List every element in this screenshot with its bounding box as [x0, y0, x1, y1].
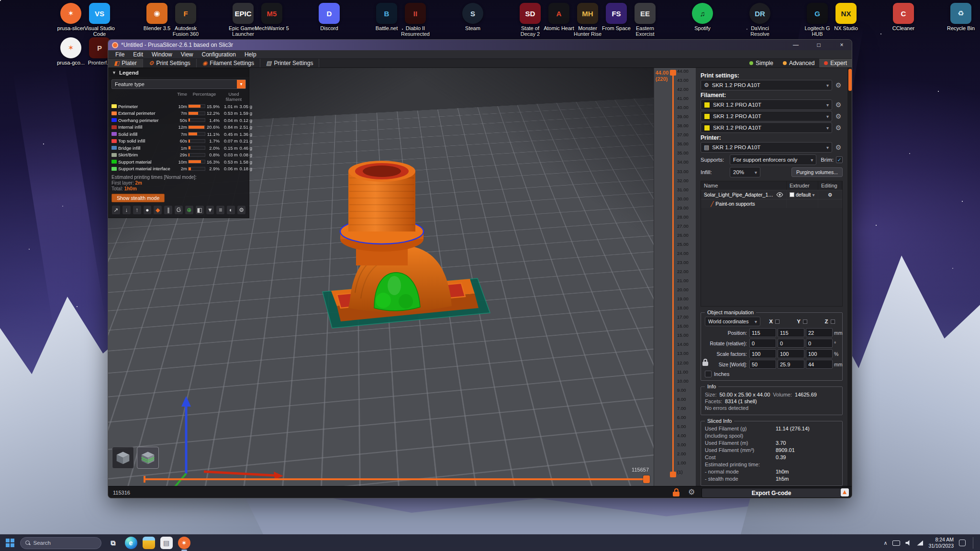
center-of-gravity-icon[interactable]: ⊕: [185, 205, 194, 215]
layer-slider-bottom-handle[interactable]: [670, 472, 676, 477]
desktop-icon-nx-studio[interactable]: NX NX Studio: [832, 3, 860, 31]
network-tray-icon[interactable]: [917, 540, 923, 546]
desktop-icon-steam[interactable]: S Steam: [458, 3, 487, 31]
desktop-icon-discord[interactable]: D Discord: [315, 3, 344, 31]
export-gcode-button[interactable]: Export G-code: [702, 488, 841, 498]
filament-combo[interactable]: SKR 1.2 PRO A10T ▾: [701, 99, 832, 110]
legend-toggle-icon[interactable]: ≡: [216, 205, 225, 215]
filament-combo[interactable]: SKR 1.2 PRO A10T ▾: [701, 122, 832, 133]
scale-y-input[interactable]: [778, 349, 804, 358]
paint-on-supports-row[interactable]: ╱ Paint-on supports: [701, 199, 842, 208]
desktop-icon-monster-hunter-rise[interactable]: MH Monster Hunter Rise: [573, 3, 602, 37]
edit-filament-settings-icon[interactable]: ⚙: [834, 123, 843, 132]
desktop-icon-ccleaner[interactable]: C CCleaner: [889, 3, 918, 31]
close-button[interactable]: ×: [832, 40, 852, 50]
desktop-icon-mechwarrior5[interactable]: M5 MechWarrior 5: [257, 3, 286, 31]
desktop-icon-fusion360[interactable]: F Autodesk Fusion 360: [171, 3, 200, 37]
object-editing-icon[interactable]: ⚙: [828, 192, 832, 198]
filament-combo[interactable]: SKR 1.2 PRO A10T ▾: [701, 111, 832, 121]
tab-print-settings[interactable]: ⚙ Print Settings: [143, 59, 197, 67]
rotate-y-input[interactable]: [778, 339, 804, 348]
rotate-x-input[interactable]: [749, 339, 776, 348]
scrollbar-thumb[interactable]: [848, 69, 852, 91]
visibility-eye-icon[interactable]: [776, 192, 783, 197]
maximize-button[interactable]: □: [809, 40, 829, 50]
preview-view-button[interactable]: [137, 447, 159, 469]
inches-checkbox[interactable]: [705, 371, 712, 377]
tray-chevron-icon[interactable]: ∧: [883, 540, 887, 546]
desktop-icon-prusa-gcode[interactable]: ✶ prusa-gco...: [56, 37, 85, 66]
edit-filament-settings-icon[interactable]: ⚙: [834, 112, 843, 121]
mode-simple[interactable]: Simple: [745, 59, 778, 67]
infill-combo[interactable]: 20% ▾: [730, 167, 760, 177]
coordinates-combo[interactable]: World coordinates ▾: [705, 317, 760, 326]
desktop-icon-from-space[interactable]: FS From Space: [602, 3, 631, 31]
editor-view-button[interactable]: [112, 447, 134, 469]
taskbar-clock[interactable]: 8:24 AM 31/10/2023: [928, 537, 954, 549]
scale-x-input[interactable]: [749, 349, 776, 358]
lock-icon[interactable]: [673, 488, 679, 496]
position-x-input[interactable]: [749, 328, 776, 337]
deretractions-icon[interactable]: ↑: [133, 205, 142, 215]
menu-edit[interactable]: Edit: [129, 51, 147, 58]
minimize-button[interactable]: —: [786, 40, 806, 50]
shells-icon[interactable]: ◧: [195, 205, 204, 215]
desktop-icon-recycle-bin[interactable]: ♻ Recycle Bin: [947, 3, 975, 31]
tab-plater[interactable]: ◧ Plater: [108, 59, 143, 67]
supports-combo[interactable]: For support enforcers only ▾: [730, 154, 816, 165]
menu-help[interactable]: Help: [240, 51, 261, 58]
task-view-icon[interactable]: ⧉: [107, 537, 120, 549]
size-y-input[interactable]: [778, 360, 804, 369]
desktop-icon-diablo2[interactable]: II Diablo II Resurrected: [401, 3, 430, 37]
options-icon[interactable]: ⚙: [237, 205, 246, 215]
layer-slider[interactable]: [672, 72, 674, 475]
tab-printer-settings[interactable]: ▤ Printer Settings: [260, 59, 319, 67]
start-button[interactable]: [6, 539, 14, 547]
printer-combo[interactable]: ▤ SKR 1.2 PRO A10T ▾: [701, 142, 832, 153]
desktop-icon-atomic-heart[interactable]: A Atomic Heart: [545, 3, 573, 31]
tab-filament-settings[interactable]: ◉ Filament Settings: [197, 59, 260, 67]
scale-lock-icon[interactable]: [702, 359, 708, 366]
retractions-icon[interactable]: ↓: [122, 205, 131, 215]
layer-slider-top-handle[interactable]: [670, 70, 676, 76]
size-z-input[interactable]: [806, 360, 833, 369]
stealth-mode-icon[interactable]: ◐: [226, 205, 235, 215]
export-sd-icon[interactable]: [841, 488, 849, 496]
menu-view[interactable]: View: [177, 51, 198, 58]
legend-header[interactable]: ▼ Legend: [109, 68, 249, 77]
titlebar[interactable]: *Untitled - PrusaSlicer-2.6.1 based on S…: [108, 40, 852, 50]
slider-handle[interactable]: [643, 475, 650, 483]
brim-checkbox[interactable]: ✓: [836, 156, 843, 163]
desktop-icon-epic-games[interactable]: EPIC Epic Games Launcher: [229, 3, 257, 37]
tool-marker-icon[interactable]: ▼: [206, 205, 215, 215]
desktop-icon-state-of-decay2[interactable]: SD State of Decay 2: [516, 3, 545, 37]
custom-gcodes-icon[interactable]: G: [174, 205, 183, 215]
desktop-icon-eastern-exorcist[interactable]: EE Eastern Exorcist: [631, 3, 659, 37]
edit-print-settings-icon[interactable]: ⚙: [834, 81, 843, 89]
prusaslicer-taskbar-icon[interactable]: ✶: [178, 537, 190, 549]
pause-prints-icon[interactable]: ∥: [164, 205, 173, 215]
notifications-icon[interactable]: [959, 540, 966, 546]
sidebar-scrollbar[interactable]: [847, 68, 852, 486]
desktop-icon-logitech-ghub[interactable]: G Logitech G HUB: [803, 3, 832, 37]
size-x-input[interactable]: [749, 360, 776, 369]
feature-type-combo[interactable]: Feature type ▾: [111, 79, 246, 89]
desktop-icon-vscode[interactable]: VS Visual Studio Code: [85, 3, 114, 37]
color-changes-icon[interactable]: ◆: [153, 205, 162, 215]
menu-window[interactable]: Window: [147, 51, 177, 58]
position-z-input[interactable]: [806, 328, 833, 337]
desktop-icon-davinci-resolve[interactable]: DR DaVinci Resolve: [746, 3, 774, 37]
edge-icon[interactable]: e: [125, 537, 137, 549]
3d-viewport[interactable]: ▼ Legend Feature type ▾ Time Percentage …: [108, 68, 654, 486]
desktop-icon-battlenet[interactable]: B Battle.net: [372, 3, 401, 31]
settings-gear-icon[interactable]: ⚙: [688, 487, 695, 496]
edit-filament-settings-icon[interactable]: ⚙: [834, 100, 843, 109]
extruder-cell[interactable]: default ▾: [787, 190, 818, 199]
travel-moves-icon[interactable]: ↗: [111, 205, 121, 215]
object-row[interactable]: Solar_Light_Pipe_Adapter_1.stl default ▾…: [701, 190, 842, 199]
edit-printer-settings-icon[interactable]: ⚙: [834, 143, 843, 152]
scale-z-input[interactable]: [806, 349, 833, 358]
stealth-mode-button[interactable]: Show stealth mode: [111, 194, 165, 202]
position-y-input[interactable]: [778, 328, 804, 337]
mode-advanced[interactable]: Advanced: [778, 59, 819, 67]
